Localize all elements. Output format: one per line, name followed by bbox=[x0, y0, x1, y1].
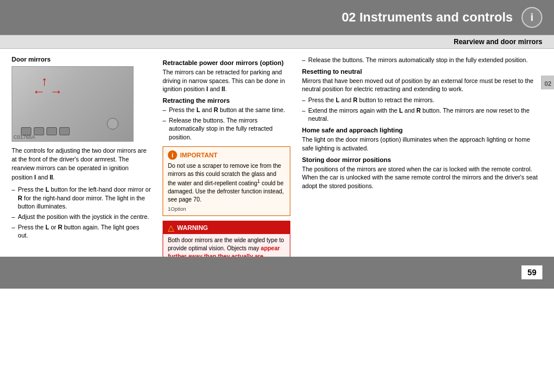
important-text: Do not use a scraper to remove ice from … bbox=[168, 162, 285, 204]
right-release-bullet: – Release the buttons. The mirrors autom… bbox=[302, 56, 542, 64]
bottom-bar: 59 bbox=[0, 257, 554, 289]
right-column: – Release the buttons. The mirrors autom… bbox=[302, 56, 542, 289]
arrow-top-icon: ↑ bbox=[41, 74, 48, 89]
warning-triangle-icon: △ bbox=[168, 223, 174, 232]
side-tab: 02 bbox=[541, 75, 554, 89]
retracting-bullet-1: – Press the L and R button at the same t… bbox=[163, 106, 290, 114]
mirror-btn-extra2 bbox=[59, 127, 70, 135]
resetting-heading: Resetting to neutral bbox=[302, 68, 542, 75]
home-heading: Home safe and approach lighting bbox=[302, 127, 542, 134]
storing-text: The positions of the mirrors are stored … bbox=[302, 165, 542, 190]
mirror-image: ← → ↑ C01765A bbox=[12, 66, 134, 142]
home-text: The light on the door mirrors (option) i… bbox=[302, 135, 542, 152]
left-bullet-3: – Press the L or R button again. The lig… bbox=[12, 223, 151, 240]
retracting-heading: Retracting the mirrors bbox=[163, 97, 290, 104]
header-title: 02 Instruments and controls bbox=[341, 10, 513, 25]
page-number: 59 bbox=[521, 265, 542, 279]
mirror-img-inner: ← → ↑ C01765A bbox=[12, 67, 133, 141]
header-icon-letter: i bbox=[530, 12, 533, 24]
important-footnote: 1Option bbox=[168, 206, 285, 212]
arrow-right-icon: → bbox=[50, 84, 63, 99]
retracting-bullet-2: – Release the buttons. The mirrors autom… bbox=[163, 116, 290, 142]
door-mirrors-heading: Door mirrors bbox=[12, 56, 151, 63]
header-bar: 02 Instruments and controls i bbox=[0, 0, 554, 35]
important-label: IMPORTANT bbox=[180, 152, 218, 159]
left-body-text: The controls for adjusting the two door … bbox=[12, 146, 151, 182]
joystick-sim bbox=[107, 118, 118, 130]
retractable-text: The mirrors can be retracted for parking… bbox=[163, 68, 290, 93]
mirror-btn-r bbox=[34, 127, 44, 135]
storing-heading: Storing door mirror positions bbox=[302, 156, 542, 163]
left-bullet-1: – Press the L button for the left-hand d… bbox=[12, 185, 151, 211]
important-box: i IMPORTANT Do not use a scraper to remo… bbox=[163, 146, 290, 216]
warning-label: WARNING bbox=[177, 224, 208, 231]
left-bullet-2: – Adjust the position with the joystick … bbox=[12, 213, 151, 221]
mirror-btn-extra bbox=[46, 127, 57, 135]
important-header: i IMPORTANT bbox=[168, 150, 285, 160]
retractable-heading: Retractable power door mirrors (option) bbox=[163, 59, 290, 66]
side-tab-number: 02 bbox=[544, 78, 551, 89]
header-icon: i bbox=[521, 7, 542, 28]
main-content: Door mirrors ← → ↑ C01765A bbox=[0, 49, 554, 289]
resetting-text: Mirrors that have been moved out of posi… bbox=[302, 77, 542, 93]
important-icon: i bbox=[168, 150, 177, 160]
left-column: Door mirrors ← → ↑ C01765A bbox=[12, 56, 151, 289]
section-title: Rearview and door mirrors bbox=[454, 38, 542, 46]
image-caption: C01765A bbox=[13, 134, 35, 140]
middle-column: Retractable power door mirrors (option) … bbox=[163, 56, 290, 289]
warning-header: △ WARNING bbox=[163, 221, 290, 234]
resetting-bullet-1: – Press the L and R button to retract th… bbox=[302, 96, 542, 105]
section-title-bar: Rearview and door mirrors bbox=[0, 35, 554, 49]
resetting-bullet-2: – Extend the mirrors again with the L an… bbox=[302, 106, 542, 123]
